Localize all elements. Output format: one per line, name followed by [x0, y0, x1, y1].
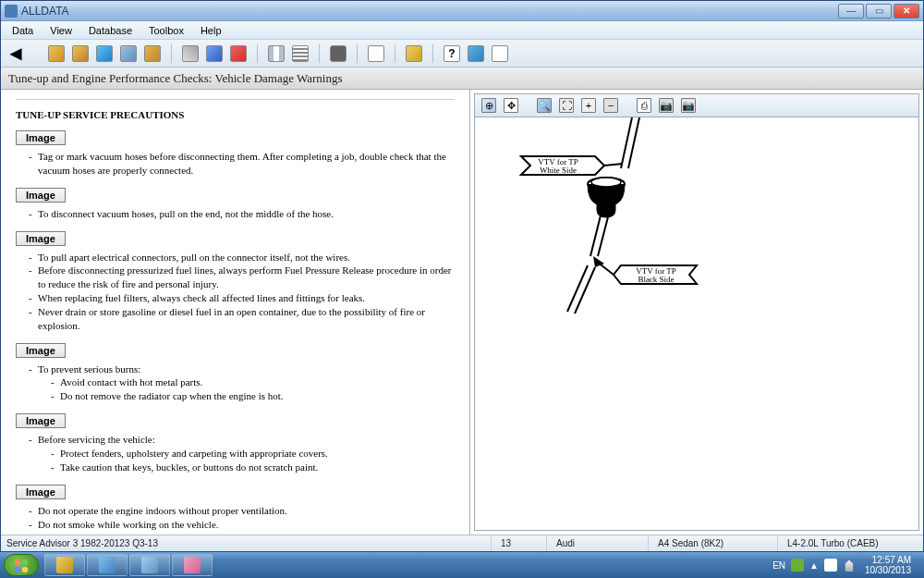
tool-gear-icon[interactable] [47, 44, 66, 63]
menu-bar: Data View Database Toolbox Help [1, 21, 923, 40]
maximize-button[interactable]: ▭ [866, 4, 892, 18]
diagram-label: White Side [540, 166, 577, 175]
page-heading: Tune-up and Engine Performance Checks: V… [8, 71, 343, 86]
tray-flag-icon[interactable] [824, 559, 837, 572]
window-title: ALLDATA [21, 5, 838, 18]
print-image-icon[interactable]: ⎙ [636, 97, 652, 114]
zoom-minus-icon[interactable]: − [602, 97, 619, 114]
status-advisor: Service Advisor 3 1982-20123 Q3-13 [1, 538, 491, 548]
tool-help-icon[interactable]: ? [443, 44, 461, 63]
tool-car-red-icon[interactable] [229, 44, 248, 63]
tool-book-icon[interactable] [119, 44, 138, 63]
precaution-sub: Take caution that keys, buckles, or butt… [51, 461, 455, 474]
precaution-lead: Before servicing the vehicle: [38, 434, 155, 445]
tray-icon[interactable] [791, 559, 804, 572]
zoom-fit-icon[interactable]: ⛶ [558, 97, 575, 114]
taskbar: EN ▲ 12:57 AM 10/30/2013 [0, 552, 924, 578]
tray-volume-icon[interactable] [843, 559, 856, 572]
tool-magnify-icon[interactable] [467, 44, 485, 63]
image-button[interactable]: Image [16, 413, 66, 428]
minimize-button[interactable]: — [838, 4, 864, 18]
precaution-sub: Protect fenders, upholstery and carpetin… [51, 447, 455, 461]
status-bar: Service Advisor 3 1982-20123 Q3-13 13 Au… [1, 535, 923, 551]
tool-list-icon[interactable] [291, 44, 310, 63]
precaution-text: Tag or mark vacuum hoses before disconne… [29, 150, 455, 178]
back-button[interactable]: ◀ [6, 44, 25, 63]
task-items [44, 554, 767, 576]
toolbar-sep [395, 44, 395, 63]
precaution-text: Do not operate the engine indoors withou… [29, 504, 455, 518]
system-tray: EN ▲ 12:57 AM 10/30/2013 [767, 555, 920, 575]
task-item[interactable] [172, 554, 213, 576]
precaution-text: Do not smoke while working on the vehicl… [29, 518, 455, 532]
menu-toolbox[interactable]: Toolbox [141, 23, 191, 38]
menu-view[interactable]: View [43, 23, 79, 38]
precaution-text: To pull apart electrical connectors, pul… [29, 251, 455, 264]
toolbar-sep [171, 44, 172, 63]
article-title: TUNE-UP SERVICE PRECAUTIONS [16, 109, 455, 120]
camera-icon[interactable]: 📷 [658, 97, 675, 114]
breadcrumb: Tune-up and Engine Performance Checks: V… [1, 68, 923, 90]
precaution-text: To prevent serious burns: Avoid contact … [29, 363, 455, 404]
window-controls: — ▭ ✕ [838, 4, 919, 18]
tool-camera-icon[interactable] [329, 44, 347, 63]
language-indicator[interactable]: EN [772, 560, 785, 571]
main-toolbar: ◀ ? [1, 40, 923, 68]
tool-columns-icon[interactable] [267, 44, 286, 63]
tool-briefcase-icon[interactable] [71, 44, 90, 63]
precaution-text: Never drain or store gasoline or diesel … [29, 305, 455, 333]
close-button[interactable]: ✕ [894, 4, 919, 18]
tool-document-icon[interactable] [143, 44, 162, 63]
tool-folder-icon[interactable] [405, 44, 423, 63]
clock-date: 10/30/2013 [865, 565, 911, 575]
app-window: ALLDATA — ▭ ✕ Data View Database Toolbox… [0, 0, 924, 552]
vacuum-hose-diagram: VTV for TP White Side VTV for TP Black S… [512, 117, 752, 339]
image-toolbar: ⊕ ✥ 🔍 ⛶ + − ⎙ 📷 📷 [474, 93, 919, 117]
app-icon [5, 5, 18, 18]
pan-icon[interactable]: ✥ [503, 97, 519, 114]
tray-chevron-icon[interactable]: ▲ [809, 560, 819, 571]
tool-arrow-icon[interactable] [181, 44, 200, 63]
precaution-text: To disconnect vacuum hoses, pull on the … [29, 207, 455, 221]
tool-vehicle-icon[interactable] [95, 44, 114, 63]
menu-data[interactable]: Data [5, 23, 41, 38]
status-make: Audi [546, 535, 648, 551]
precaution-sub: Do not remove the radiator cap when the … [51, 389, 455, 403]
content-area: TUNE-UP SERVICE PRECAUTIONS Image Tag or… [1, 90, 923, 535]
snapshot-icon[interactable]: 📷 [680, 97, 697, 114]
precaution-sub: Avoid contact with hot metal parts. [51, 375, 455, 389]
menu-database[interactable]: Database [81, 23, 140, 38]
clock[interactable]: 12:57 AM 10/30/2013 [861, 555, 915, 575]
toolbar-sep [432, 44, 433, 63]
precaution-text: Before servicing the vehicle: Protect fe… [29, 433, 455, 474]
precaution-text: Before disconnecting pressurized fuel li… [29, 264, 455, 291]
clock-time: 12:57 AM [865, 555, 911, 565]
tool-newcar-icon[interactable] [205, 44, 224, 63]
zoom-region-icon[interactable]: 🔍 [536, 97, 553, 114]
tool-print-icon[interactable] [367, 44, 385, 63]
title-bar: ALLDATA — ▭ ✕ [1, 1, 923, 21]
image-button[interactable]: Image [16, 130, 66, 145]
toolbar-sep [357, 44, 358, 63]
menu-help[interactable]: Help [193, 23, 229, 38]
zoom-plus-icon[interactable]: + [580, 97, 597, 114]
tool-print2-icon[interactable] [491, 44, 509, 63]
image-pane: ⊕ ✥ 🔍 ⛶ + − ⎙ 📷 📷 VTV for TP [470, 90, 923, 535]
status-engine: L4-2.0L Turbo (CAEB) [777, 535, 923, 551]
svg-point-2 [591, 178, 621, 187]
task-item[interactable] [87, 554, 128, 576]
status-page: 13 [491, 535, 546, 551]
image-button[interactable]: Image [16, 343, 66, 358]
task-item[interactable] [44, 554, 85, 576]
precaution-lead: To prevent serious burns: [38, 363, 140, 375]
toolbar-sep [319, 44, 320, 63]
toolbar-sep [257, 44, 258, 63]
diagram-viewport[interactable]: VTV for TP White Side VTV for TP Black S… [474, 117, 919, 531]
task-item[interactable] [129, 554, 170, 576]
image-button[interactable]: Image [16, 188, 66, 203]
start-button[interactable] [4, 554, 39, 576]
image-button[interactable]: Image [16, 231, 66, 246]
article-pane[interactable]: TUNE-UP SERVICE PRECAUTIONS Image Tag or… [1, 90, 470, 535]
image-button[interactable]: Image [16, 485, 66, 499]
zoom-in-icon[interactable]: ⊕ [480, 97, 497, 114]
